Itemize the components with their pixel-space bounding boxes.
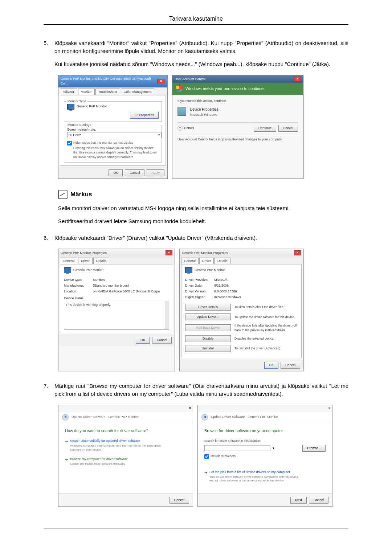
note-paragraph-1: Selle monitori draiver on varustatud MS-… <box>58 204 348 212</box>
value-driver-version: 6.0.6000.16386 <box>214 289 298 294</box>
tab-details[interactable]: Details <box>215 258 230 264</box>
arrow-icon: ➔ <box>65 439 68 444</box>
close-icon[interactable]: ✕ <box>294 77 301 82</box>
value-digital-signer: microsoft windows <box>214 295 298 300</box>
include-subfolders-checkbox[interactable] <box>204 454 209 459</box>
note-label: Märkus <box>70 190 92 199</box>
arrow-icon: ➔ <box>204 470 207 476</box>
disable-desc: Disables the selected device. <box>234 336 298 341</box>
label-device-type: Device type: <box>64 278 93 282</box>
monitor-type-label: Monitor Type <box>66 99 87 104</box>
cancel-button[interactable]: Cancel <box>152 337 172 344</box>
rollback-driver-desc: If the device fails after updating the d… <box>234 323 298 332</box>
hide-modes-label: Hide modes that this monitor cannot disp… <box>73 140 159 145</box>
chevron-down-icon[interactable]: ▾ <box>177 126 183 131</box>
tab-driver[interactable]: Driver <box>78 258 93 264</box>
monitor-settings-label: Monitor Settings <box>66 123 92 127</box>
cancel-button[interactable]: Cancel <box>125 169 144 176</box>
cancel-button[interactable]: Cancel <box>281 362 300 369</box>
close-icon[interactable]: ✕ <box>157 79 165 84</box>
wizard1-opt2-subtitle: Locate and install driver software manua… <box>70 462 128 466</box>
update-driver-desc: To update the driver software for this d… <box>234 315 298 319</box>
update-driver-wizard-2: ✕ ◄ Update Driver Software - Generic PnP… <box>197 405 332 506</box>
device-status-text: This device is working properly. <box>66 303 111 307</box>
step-5-number: 5. <box>44 39 54 47</box>
tab-troubleshoot[interactable]: Troubleshoot <box>95 89 120 95</box>
monitor-name: Generic PnP Monitor <box>77 104 107 109</box>
ok-button[interactable]: OK <box>264 362 278 369</box>
wizard1-opt2-title: Browse my computer for driver software <box>70 457 128 461</box>
scrollbar[interactable] <box>165 301 169 329</box>
step-7: 7. Märkige ruut "Browse my computer for … <box>44 382 348 398</box>
value-device-type: Monitors <box>93 278 169 282</box>
apply-button: Apply <box>147 169 164 176</box>
wizard2-location-label: Search for driver software in this locat… <box>204 439 326 443</box>
shield-icon <box>176 86 183 92</box>
chevron-down-icon: ▾ <box>158 133 160 138</box>
step-7-text: Märkige ruut "Browse my computer for dri… <box>54 382 348 398</box>
device-name: Generic PnP Monitor <box>73 268 103 272</box>
properties-driver-window: Generic PnP Monitor Properties ✕ General… <box>179 249 303 371</box>
wizard1-heading: How do you want to search for driver sof… <box>65 428 186 434</box>
close-icon[interactable]: ✕ <box>328 406 331 411</box>
uac-footnote: User Account Control helps stop unauthor… <box>177 137 298 142</box>
tab-monitor[interactable]: Monitor <box>78 89 95 95</box>
cancel-button[interactable]: Cancel <box>309 497 328 504</box>
cancel-button[interactable]: Cancel <box>278 125 298 132</box>
wizard1-option-auto[interactable]: ➔ Search automatically for updated drive… <box>65 439 186 452</box>
step-5: 5. Klõpsake vahekaardi "Monitor" valikut… <box>44 39 348 68</box>
step-6: 6. Klõpsake vahekaardi "Driver" (Draiver… <box>44 234 348 242</box>
location-input[interactable] <box>204 445 270 451</box>
tab-driver[interactable]: Driver <box>199 258 214 264</box>
uac-app-name: Device Properties <box>190 107 219 112</box>
driver-details-button[interactable]: Driver Details <box>185 304 231 311</box>
back-icon[interactable]: ◄ <box>201 414 208 420</box>
wizard1-opt1-title: Search automatically for updated driver … <box>70 439 164 443</box>
next-button[interactable]: Next <box>290 497 307 504</box>
refresh-rate-select[interactable]: 60 Hertz ▾ <box>67 132 162 138</box>
monitor-icon <box>67 104 74 110</box>
device-properties-icon <box>177 107 186 116</box>
note-icon <box>58 190 68 199</box>
tab-details[interactable]: Details <box>93 258 109 264</box>
close-icon[interactable]: ✕ <box>189 406 192 411</box>
update-driver-button[interactable]: Update Driver... <box>185 313 231 320</box>
value-location: on NVIDIA GeForce 6600 LE (Microsoft Cor… <box>93 289 169 294</box>
close-icon[interactable]: ✕ <box>166 250 172 255</box>
ok-button[interactable]: OK <box>109 169 123 176</box>
cancel-button[interactable]: Cancel <box>170 497 189 504</box>
uac-title: User Account Control <box>175 77 205 82</box>
continue-button[interactable]: Continue <box>254 125 276 132</box>
uninstall-button[interactable]: Uninstall <box>185 345 231 352</box>
tab-general[interactable]: General <box>60 258 77 264</box>
browse-button[interactable]: Browse... <box>302 445 326 452</box>
monitor-icon <box>185 267 192 273</box>
tab-color-management[interactable]: Color Management <box>121 89 155 95</box>
update-driver-wizard-1: ✕ ◄ Update Driver Software - Generic PnP… <box>58 405 193 506</box>
back-icon[interactable]: ◄ <box>62 414 69 420</box>
close-icon[interactable]: ✕ <box>294 250 301 255</box>
header-rule <box>44 24 348 25</box>
step-5-text-2: Kui kuvatakse joonisel näidatud sõnum "W… <box>54 60 348 68</box>
label-driver-date: Driver Date: <box>185 283 214 288</box>
label-provider: Driver Provider: <box>185 278 214 282</box>
refresh-rate-label: Screen refresh rate: <box>67 127 159 132</box>
step-5-text: Klõpsake vahekaardi "Monitor" valikut "P… <box>54 39 348 55</box>
uac-window: User Account Control ✕ Windows needs you… <box>172 75 303 179</box>
tab-adapter[interactable]: Adapter <box>60 89 77 95</box>
wizard1-option-browse[interactable]: ➔ Browse my computer for driver software… <box>65 457 186 466</box>
wizard2-option-pick[interactable]: ➔ Let me pick from a list of device driv… <box>204 470 326 483</box>
monitor-tabs: Adapter Monitor Troubleshoot Color Manag… <box>58 87 167 95</box>
wizard2-breadcrumb: Update Driver Software - Generic PnP Mon… <box>211 415 278 419</box>
uac-details-toggle[interactable]: Details <box>184 126 194 131</box>
label-driver-version: Driver Version: <box>185 289 214 294</box>
properties-button[interactable]: 🛡 Properties <box>130 112 159 119</box>
uac-started-text: If you started this action, continue. <box>177 99 298 103</box>
disable-button[interactable]: Disable <box>185 335 231 342</box>
uninstall-desc: To uninstall the driver (Advanced). <box>234 346 298 350</box>
tab-general[interactable]: General <box>181 258 199 264</box>
properties-general-title: Generic PnP Monitor Properties <box>61 251 107 255</box>
ok-button[interactable]: OK <box>136 337 150 344</box>
hide-modes-checkbox[interactable] <box>67 141 72 145</box>
properties-driver-title: Generic PnP Monitor Properties <box>182 251 228 255</box>
